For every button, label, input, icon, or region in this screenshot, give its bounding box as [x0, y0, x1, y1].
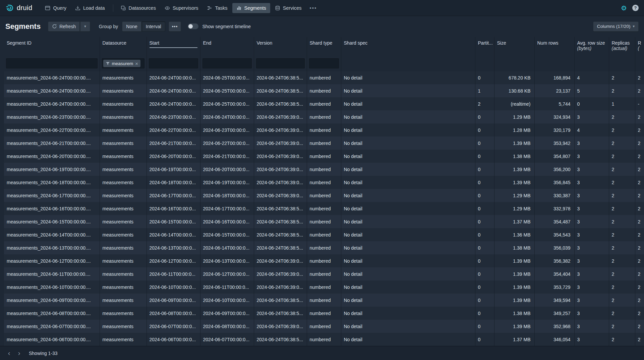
- cell-partition[interactable]: 0: [475, 189, 494, 202]
- cell-partition[interactable]: 2: [475, 97, 494, 110]
- cell-repl_factor[interactable]: 2: [635, 137, 644, 150]
- columns-button[interactable]: Columns (17/20) ▾: [593, 21, 639, 32]
- cell-segment_id[interactable]: measurements_2024-06-10T00:00:00....: [4, 280, 100, 294]
- cell-num_rows[interactable]: 324,934: [534, 110, 574, 123]
- cell-partition[interactable]: 0: [475, 163, 494, 176]
- cell-partition[interactable]: 0: [475, 280, 494, 294]
- column-header-datasource[interactable]: Datasource: [100, 37, 147, 56]
- cell-size[interactable]: 678.20 KB: [494, 71, 534, 84]
- cell-start[interactable]: 2024-06-12T00:00:0...: [147, 254, 200, 267]
- help-icon[interactable]: ?: [632, 5, 639, 11]
- cell-start[interactable]: 2024-06-20T00:00:0...: [147, 150, 200, 163]
- cell-start[interactable]: 2024-06-07T00:00:0...: [147, 320, 200, 333]
- cell-partition[interactable]: 0: [475, 150, 494, 163]
- cell-start[interactable]: 2024-06-11T00:00:0...: [147, 267, 200, 280]
- cell-shard_type[interactable]: numbered: [307, 280, 341, 294]
- cell-num_rows[interactable]: 349,594: [534, 294, 574, 307]
- cell-repl_factor[interactable]: 2: [635, 110, 644, 123]
- cell-shard_spec[interactable]: No detail: [341, 307, 475, 320]
- cell-num_rows[interactable]: 354,543: [534, 228, 574, 241]
- cell-segment_id[interactable]: measurements_2024-06-18T00:00:00....: [4, 176, 100, 189]
- cell-num_rows[interactable]: 354,404: [534, 267, 574, 280]
- cell-segment_id[interactable]: measurements_2024-06-13T00:00:00....: [4, 241, 100, 254]
- table-row[interactable]: measurements_2024-06-11T00:00:00....meas…: [4, 267, 644, 280]
- cell-num_rows[interactable]: 346,054: [534, 333, 574, 346]
- cell-repl_factor[interactable]: 2: [635, 294, 644, 307]
- cell-repl_factor[interactable]: -: [635, 97, 644, 110]
- cell-avg_row_size[interactable]: 3: [574, 202, 609, 215]
- cell-avg_row_size[interactable]: 3: [574, 176, 609, 189]
- cell-shard_type[interactable]: numbered: [307, 254, 341, 267]
- cell-start[interactable]: 2024-06-24T00:00:0...: [147, 97, 200, 110]
- column-header-num_rows[interactable]: Num rows: [534, 37, 574, 56]
- filter-input-start[interactable]: [149, 58, 198, 68]
- cell-num_rows[interactable]: 353,729: [534, 280, 574, 294]
- cell-repl_factor[interactable]: 2: [635, 267, 644, 280]
- cell-avg_row_size[interactable]: 5: [574, 84, 609, 97]
- cell-num_rows[interactable]: 354,807: [534, 150, 574, 163]
- cell-end[interactable]: 2024-06-11T00:00:0...: [200, 280, 254, 294]
- cell-datasource[interactable]: measurements: [100, 241, 147, 254]
- cell-end[interactable]: 2024-06-15T00:00:0...: [200, 228, 254, 241]
- cell-shard_spec[interactable]: No detail: [341, 163, 475, 176]
- cell-size[interactable]: 1.38 MB: [494, 241, 534, 254]
- column-header-start[interactable]: Start: [147, 37, 200, 56]
- cell-version[interactable]: 2024-06-24T06:38:5...: [254, 97, 307, 110]
- cell-replicas[interactable]: 2: [609, 320, 635, 333]
- table-row[interactable]: measurements_2024-06-24T00:00:00....meas…: [4, 71, 644, 84]
- cell-replicas[interactable]: 2: [609, 215, 635, 228]
- next-page-button[interactable]: ›: [14, 348, 24, 358]
- table-row[interactable]: measurements_2024-06-13T00:00:00....meas…: [4, 241, 644, 254]
- cell-segment_id[interactable]: measurements_2024-06-24T00:00:00....: [4, 71, 100, 84]
- cell-replicas[interactable]: 2: [609, 333, 635, 346]
- group-by-none-button[interactable]: None: [122, 21, 141, 32]
- column-header-segment_id[interactable]: Segment ID: [4, 37, 100, 56]
- cell-partition[interactable]: 0: [475, 294, 494, 307]
- cell-shard_spec[interactable]: No detail: [341, 84, 475, 97]
- cell-repl_factor[interactable]: 2: [635, 241, 644, 254]
- column-header-partition[interactable]: Partit...: [475, 37, 494, 56]
- remove-filter-icon[interactable]: ×: [135, 61, 138, 66]
- cell-shard_spec[interactable]: No detail: [341, 176, 475, 189]
- table-row[interactable]: measurements_2024-06-06T00:00:00....meas…: [4, 333, 644, 346]
- cell-segment_id[interactable]: measurements_2024-06-06T00:00:00....: [4, 333, 100, 346]
- cell-avg_row_size[interactable]: 0: [574, 97, 609, 110]
- cell-version[interactable]: 2024-06-24T06:38:5...: [254, 215, 307, 228]
- cell-size[interactable]: 1.37 MB: [494, 333, 534, 346]
- cell-start[interactable]: 2024-06-22T00:00:0...: [147, 123, 200, 137]
- cell-segment_id[interactable]: measurements_2024-06-09T00:00:00....: [4, 294, 100, 307]
- cell-size[interactable]: (realtime): [494, 97, 534, 110]
- cell-partition[interactable]: 0: [475, 176, 494, 189]
- cell-datasource[interactable]: measurements: [100, 150, 147, 163]
- cell-replicas[interactable]: 2: [609, 307, 635, 320]
- cell-datasource[interactable]: measurements: [100, 228, 147, 241]
- nav-item-supervisors[interactable]: Supervisors: [161, 3, 202, 13]
- cell-version[interactable]: 2024-06-24T06:38:5...: [254, 228, 307, 241]
- cell-partition[interactable]: 0: [475, 333, 494, 346]
- cell-num_rows[interactable]: 5,744: [534, 97, 574, 110]
- cell-segment_id[interactable]: measurements_2024-06-15T00:00:00....: [4, 215, 100, 228]
- cell-replicas[interactable]: 2: [609, 202, 635, 215]
- cell-avg_row_size[interactable]: 3: [574, 294, 609, 307]
- cell-size[interactable]: 1.38 MB: [494, 307, 534, 320]
- cell-size[interactable]: 1.28 MB: [494, 123, 534, 137]
- column-header-repl_factor[interactable]: R(: [635, 37, 644, 56]
- cell-end[interactable]: 2024-06-13T00:00:0...: [200, 254, 254, 267]
- cell-repl_factor[interactable]: 2: [635, 189, 644, 202]
- group-by-interval-button[interactable]: Interval: [142, 21, 165, 32]
- cell-replicas[interactable]: 1: [609, 97, 635, 110]
- cell-repl_factor[interactable]: 2: [635, 71, 644, 84]
- cell-replicas[interactable]: 2: [609, 123, 635, 137]
- cell-start[interactable]: 2024-06-24T00:00:0...: [147, 71, 200, 84]
- cell-datasource[interactable]: measurements: [100, 110, 147, 123]
- cell-datasource[interactable]: measurements: [100, 84, 147, 97]
- cell-shard_type[interactable]: numbered: [307, 84, 341, 97]
- cell-end[interactable]: 2024-06-25T00:00:0...: [200, 84, 254, 97]
- cell-start[interactable]: 2024-06-21T00:00:0...: [147, 137, 200, 150]
- cell-datasource[interactable]: measurements: [100, 137, 147, 150]
- cell-shard_type[interactable]: numbered: [307, 202, 341, 215]
- cell-shard_spec[interactable]: No detail: [341, 137, 475, 150]
- cell-partition[interactable]: 0: [475, 320, 494, 333]
- table-row[interactable]: measurements_2024-06-23T00:00:00....meas…: [4, 110, 644, 123]
- cell-start[interactable]: 2024-06-23T00:00:0...: [147, 110, 200, 123]
